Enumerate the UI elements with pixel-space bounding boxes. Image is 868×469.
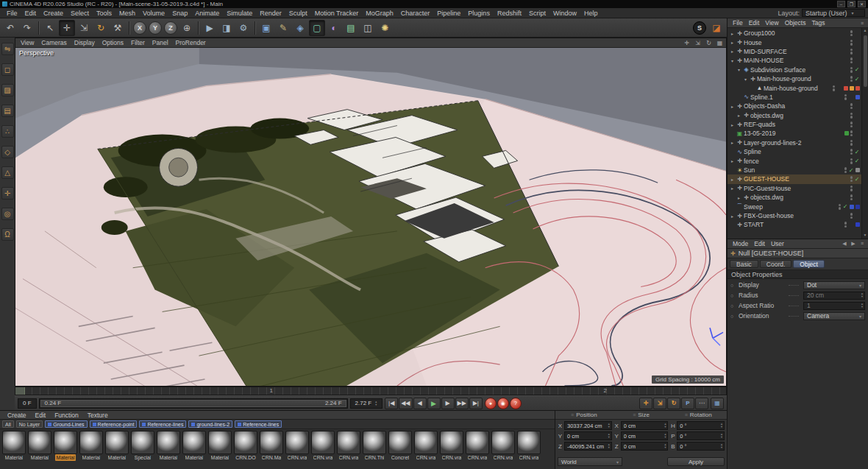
material-sphere-thumbnail[interactable] bbox=[54, 431, 77, 454]
editor-visibility-dot[interactable] bbox=[850, 40, 853, 43]
spinner-icon[interactable]: ▲▼ bbox=[608, 443, 611, 449]
object-toggles[interactable]: ✓ bbox=[839, 203, 861, 210]
visibility-dots[interactable] bbox=[850, 67, 853, 73]
visibility-dots[interactable] bbox=[850, 186, 853, 191]
spinner-down-icon[interactable]: ▼ bbox=[664, 446, 666, 449]
layer-chip-ground-lines-2[interactable]: ground-lines-2 bbox=[188, 420, 232, 428]
editor-visibility-dot[interactable] bbox=[850, 194, 853, 197]
spinner-icon[interactable]: ▲▼ bbox=[720, 443, 723, 449]
material-item[interactable]: CRN.vra bbox=[439, 431, 464, 469]
object-fbx-guest-house[interactable]: ▸✛FBX-Guest-house bbox=[728, 211, 861, 220]
expander-icon[interactable]: ▸ bbox=[729, 158, 736, 163]
editor-visibility-dot[interactable] bbox=[850, 213, 853, 216]
spinner-icon[interactable]: ▲▼ bbox=[664, 443, 666, 449]
layer-chip-reference-lines[interactable]: Reference-lines bbox=[139, 420, 186, 428]
object-fence[interactable]: ▸✛fence✓ bbox=[728, 156, 861, 165]
material-sphere-thumbnail[interactable] bbox=[363, 431, 386, 454]
object-spline-1[interactable]: ∿Spline.1 bbox=[728, 93, 861, 102]
spinner-down-icon[interactable]: ▼ bbox=[608, 446, 611, 449]
spinner-down-icon[interactable]: ▼ bbox=[720, 436, 723, 439]
spinner-icon[interactable]: ▲▼ bbox=[861, 292, 864, 298]
material-sphere-thumbnail[interactable] bbox=[388, 431, 412, 454]
lock-y-axis-button[interactable]: Y bbox=[149, 21, 162, 35]
object-toggles[interactable] bbox=[844, 94, 861, 100]
record-rotation-button[interactable]: ↻ bbox=[667, 398, 680, 409]
visibility-dots[interactable] bbox=[850, 103, 853, 109]
material-sphere-thumbnail[interactable] bbox=[260, 431, 283, 454]
visibility-dots[interactable] bbox=[844, 222, 847, 228]
render-visibility-dot[interactable] bbox=[844, 97, 847, 100]
material-item[interactable]: Material bbox=[1, 431, 26, 469]
editor-visibility-dot[interactable] bbox=[850, 49, 853, 52]
material-item[interactable]: CRN.vra bbox=[285, 431, 310, 469]
param-toggle-icon[interactable]: ○ bbox=[730, 283, 736, 288]
editor-visibility-dot[interactable] bbox=[850, 67, 853, 70]
workplane-mode-button[interactable]: ▤ bbox=[1, 105, 14, 117]
visibility-dots[interactable] bbox=[850, 149, 853, 155]
material-item[interactable]: Special bbox=[130, 431, 155, 469]
spinner-icon[interactable]: ▲▼ bbox=[374, 401, 377, 406]
visibility-dots[interactable] bbox=[844, 167, 847, 173]
expander-icon[interactable]: ▸ bbox=[729, 40, 736, 45]
nav-back-icon[interactable]: ◀ bbox=[841, 241, 848, 247]
object-toggles[interactable]: ✓ bbox=[850, 176, 861, 183]
object-tag-icon[interactable] bbox=[855, 222, 860, 227]
render-visibility-dot[interactable] bbox=[850, 107, 853, 110]
position-y-input[interactable]: 0 cm▲▼ bbox=[564, 431, 612, 440]
visibility-dots[interactable] bbox=[850, 176, 853, 182]
material-sphere-thumbnail[interactable] bbox=[440, 431, 463, 454]
om-menu-objects[interactable]: Objects bbox=[782, 19, 809, 27]
lock-z-axis-button[interactable]: Z bbox=[164, 21, 177, 35]
scrollbar-thumb[interactable] bbox=[864, 35, 867, 87]
object-start[interactable]: ✛START bbox=[728, 220, 861, 229]
viewport-menu-prorender[interactable]: ProRender bbox=[172, 39, 210, 46]
add-spline-pen-button[interactable]: ✎ bbox=[275, 20, 291, 36]
render-visibility-dot[interactable] bbox=[833, 88, 836, 91]
render-settings-button[interactable]: ⚙ bbox=[235, 20, 252, 36]
enabled-check-icon[interactable]: ✓ bbox=[854, 149, 860, 155]
material-item[interactable]: Material bbox=[79, 431, 104, 469]
menu-motion-tracker[interactable]: Motion Tracker bbox=[311, 10, 363, 17]
object-tag-icon[interactable] bbox=[855, 95, 860, 99]
viewport-menu-panel[interactable]: Panel bbox=[149, 39, 172, 46]
next-key-button[interactable]: ▶▶ bbox=[455, 398, 469, 409]
param-toggle-icon[interactable]: ○ bbox=[730, 314, 736, 319]
material-sphere-thumbnail[interactable] bbox=[79, 431, 103, 454]
add-cube-button[interactable]: ▣ bbox=[258, 20, 274, 36]
render-visibility-dot[interactable] bbox=[850, 143, 853, 146]
object-group1000[interactable]: ▸✛Group1000 bbox=[728, 29, 861, 38]
record-position-button[interactable]: ✛ bbox=[639, 398, 652, 409]
menu-redshift[interactable]: Redshift bbox=[494, 10, 525, 17]
expander-icon[interactable]: ▸ bbox=[729, 122, 736, 127]
expander-icon[interactable]: ▸ bbox=[729, 177, 736, 182]
material-sphere-thumbnail[interactable] bbox=[311, 431, 335, 454]
object-main-house[interactable]: ▾✛MAIN-HOUSE bbox=[728, 56, 861, 65]
material-item[interactable]: Material bbox=[182, 431, 207, 469]
live-selection-button[interactable]: ↖ bbox=[42, 20, 58, 36]
timeline-ruler[interactable]: 12 bbox=[15, 387, 727, 395]
material-sphere-thumbnail[interactable] bbox=[491, 431, 515, 454]
spinner-down-icon[interactable]: ▼ bbox=[861, 295, 864, 298]
object-toggles[interactable] bbox=[850, 57, 861, 63]
viewport-menu-cameras[interactable]: Cameras bbox=[38, 39, 70, 46]
editor-visibility-dot[interactable] bbox=[850, 140, 853, 143]
spinner-icon[interactable]: ▲▼ bbox=[861, 303, 864, 308]
attribute-tab-basic[interactable]: Basic bbox=[730, 260, 758, 268]
expander-icon[interactable]: ▸ bbox=[729, 140, 736, 145]
visibility-dots[interactable] bbox=[850, 40, 853, 46]
render-visibility-dot[interactable] bbox=[844, 171, 847, 174]
material-item[interactable]: CRN.vra bbox=[465, 431, 490, 469]
spinner-icon[interactable]: ▲▼ bbox=[608, 433, 611, 439]
scale-view-icon[interactable]: ⇲ bbox=[693, 39, 702, 47]
expander-icon[interactable]: ▸ bbox=[729, 214, 736, 219]
render-visibility-dot[interactable] bbox=[850, 61, 853, 64]
previous-key-button[interactable]: ◀◀ bbox=[399, 398, 412, 409]
goto-end-button[interactable]: ▶| bbox=[469, 398, 483, 409]
editor-visibility-dot[interactable] bbox=[844, 222, 847, 225]
render-visibility-dot[interactable] bbox=[850, 161, 853, 164]
last-tool-button[interactable]: ⚒ bbox=[110, 20, 126, 36]
keyframe-selection-button[interactable]: ? bbox=[510, 398, 522, 409]
render-visibility-dot[interactable] bbox=[850, 43, 853, 46]
object-objects-dasha[interactable]: ▸✛Objects-Dasha bbox=[728, 102, 861, 110]
material-item[interactable]: Material bbox=[156, 431, 181, 469]
